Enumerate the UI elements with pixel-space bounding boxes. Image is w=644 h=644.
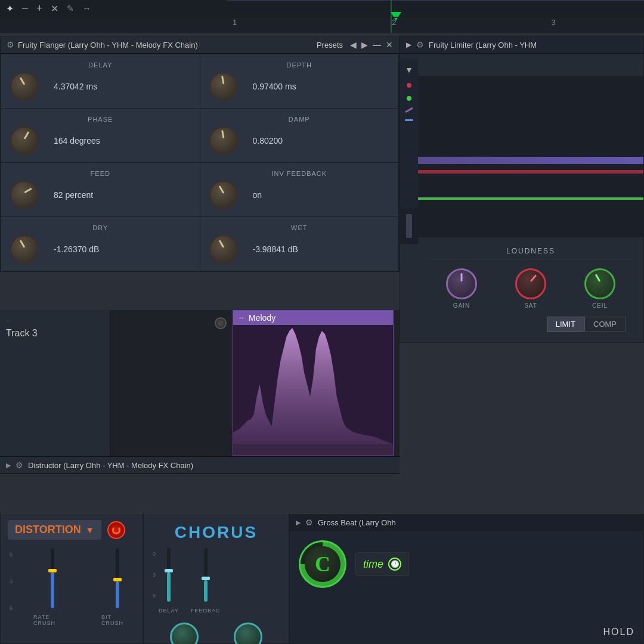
depth-value: 0.97400 ms <box>247 82 390 91</box>
grossbeat-c-knob[interactable]: C <box>299 540 346 588</box>
chorus-delay-slider[interactable]: DELAY <box>159 548 179 614</box>
presets-prev[interactable]: ◀ <box>350 40 357 49</box>
inv-feedback-cell: INV FEEDBACK on <box>200 163 399 216</box>
close-button[interactable]: ✕ <box>386 40 393 49</box>
distructor-expand-icon[interactable]: ▶ <box>6 462 11 469</box>
limiter-green-line <box>418 197 643 200</box>
chorus-feedback-label: FEEDBAC <box>191 608 221 614</box>
track-label-col: ... Track 3 <box>0 310 110 456</box>
feed-knob[interactable] <box>10 181 39 209</box>
gear-icon-distructor: ⚙ <box>16 460 23 470</box>
limiter-title-bar: ▶ ⚙ Fruity Limiter (Larry Ohh - YHM <box>400 36 643 54</box>
line-icon: ─ <box>22 4 28 13</box>
chorus-feedback-knob[interactable] <box>234 623 262 644</box>
minimize-button[interactable]: — <box>373 40 381 49</box>
delay-cell: DELAY 4.37042 ms <box>1 54 200 108</box>
phase-knob[interactable] <box>10 126 39 155</box>
damp-label: DAMP <box>209 116 390 123</box>
chorus-knob-row <box>144 617 289 644</box>
rate-crush-thumb[interactable] <box>48 569 57 572</box>
feed-value: 82 percent <box>48 190 191 200</box>
distortion-dropdown[interactable]: DISTORTION ▼ <box>8 520 101 540</box>
power-button[interactable] <box>107 521 125 539</box>
limiter-expand-icon[interactable]: ▶ <box>406 41 411 49</box>
dist-scale-top: 0 <box>10 552 13 558</box>
plus-icon[interactable]: + <box>36 2 43 15</box>
dry-label: DRY <box>10 224 191 231</box>
x-icon[interactable]: ✕ <box>51 3 58 14</box>
gain-knob-wrap: GAIN <box>446 268 477 309</box>
marker-1: 1 <box>233 18 237 27</box>
damp-knob[interactable] <box>209 126 238 155</box>
time-control: time <box>355 552 409 576</box>
time-icon[interactable] <box>388 558 401 571</box>
down-arrow-icon[interactable]: ▼ <box>405 65 413 75</box>
timeline-line <box>227 0 644 1</box>
wet-value: -3.98841 dB <box>247 244 390 254</box>
distortion-sliders: 0 3 6 RATE CRUSH BIT CRUSH <box>1 546 143 629</box>
wet-label: WET <box>209 224 390 231</box>
feed-cell: FEED 82 percent <box>1 163 200 216</box>
grossbeat-title-bar: ▶ ⚙ Gross Beat (Larry Ohh <box>290 514 643 531</box>
svg-marker-0 <box>233 328 393 444</box>
clip-icon: ↔ <box>238 314 245 322</box>
rate-crush-slider[interactable]: RATE CRUSH <box>33 549 72 626</box>
dist-scale-bot: 6 <box>10 605 13 611</box>
red-dot[interactable] <box>407 83 411 88</box>
chorus-title: CHORUS <box>144 523 289 542</box>
limiter-sidebar: ▼ <box>400 59 418 244</box>
bit-crush-label: BIT CRUSH <box>101 614 134 626</box>
gain-knob[interactable] <box>446 268 477 299</box>
depth-label: DEPTH <box>209 61 390 69</box>
feedback-thumb[interactable] <box>202 577 210 580</box>
distructor-bar: ▶ ⚙ Distructor (Larry Ohh - YHM - Melody… <box>0 456 400 474</box>
purple-line[interactable] <box>405 107 413 113</box>
bottom-section: DISTORTION ▼ 0 3 6 RATE CRUSH <box>0 513 644 644</box>
inv-feedback-knob[interactable] <box>209 181 238 209</box>
depth-knob[interactable] <box>209 72 238 101</box>
delay-value: 4.37042 ms <box>48 82 191 91</box>
limiter-scrollbar-thumb[interactable] <box>406 214 412 238</box>
loudness-section: LOUDNESS GAIN SAT CEIL LIMIT COMP <box>418 237 643 342</box>
track-area: ... Track 3 ↔ Melody <box>0 310 400 456</box>
damp-cell: DAMP 0.80200 <box>200 109 399 162</box>
record-button[interactable] <box>215 317 227 329</box>
sat-knob[interactable] <box>515 268 546 299</box>
delay-thumb[interactable] <box>165 569 173 572</box>
phase-cell: PHASE 164 degrees <box>1 109 200 162</box>
damp-value: 0.80200 <box>247 136 390 145</box>
ceil-knob-wrap: CEIL <box>584 268 615 309</box>
distructor-title: Distructor (Larry Ohh - YHM - Melody FX … <box>28 461 193 470</box>
wet-knob[interactable] <box>209 235 238 264</box>
chorus-delay-knob[interactable] <box>170 623 199 644</box>
inv-feedback-label: INV FEEDBACK <box>209 170 390 177</box>
grossbeat-expand-icon[interactable]: ▶ <box>296 519 301 527</box>
green-dot[interactable] <box>407 96 411 101</box>
sat-knob-wrap: SAT <box>515 268 546 309</box>
presets-next[interactable]: ▶ <box>361 40 368 49</box>
blue-line[interactable] <box>405 119 413 121</box>
bit-crush-thumb[interactable] <box>113 578 122 581</box>
gear-icon: ⚙ <box>7 40 14 49</box>
flanger-title-bar: ⚙ Fruity Flanger (Larry Ohh - YHM - Melo… <box>1 36 399 54</box>
melody-waveform <box>233 325 393 444</box>
arrows-icon: ↔ <box>82 4 91 13</box>
delay-knob[interactable] <box>10 72 39 101</box>
ceil-knob[interactable] <box>584 268 615 299</box>
dry-cell: DRY -1.26370 dB <box>1 217 200 271</box>
chorus-feedback-slider[interactable]: FEEDBAC <box>191 548 221 614</box>
limiter-title: Fruity Limiter (Larry Ohh - YHM <box>429 41 537 49</box>
bit-crush-slider[interactable]: BIT CRUSH <box>101 549 134 626</box>
dry-knob[interactable] <box>10 235 39 264</box>
middle-section: ... Track 3 ↔ Melody <box>0 310 400 474</box>
top-bar: ✦ ─ + ✕ ✎ ↔ 1 2 3 <box>0 0 644 33</box>
melody-clip-header: ↔ Melody <box>233 311 393 325</box>
limiter-purple-line <box>418 157 643 164</box>
melody-clip[interactable]: ↔ Melody <box>233 310 394 456</box>
track-name: Track 3 <box>6 328 104 339</box>
comp-tab[interactable]: COMP <box>584 317 626 332</box>
limit-tab[interactable]: LIMIT <box>547 317 584 332</box>
chorus-title-area: CHORUS <box>144 514 289 545</box>
limit-comp-tabs: LIMIT COMP <box>427 312 634 336</box>
flanger-panel: ⚙ Fruity Flanger (Larry Ohh - YHM - Melo… <box>0 36 400 272</box>
